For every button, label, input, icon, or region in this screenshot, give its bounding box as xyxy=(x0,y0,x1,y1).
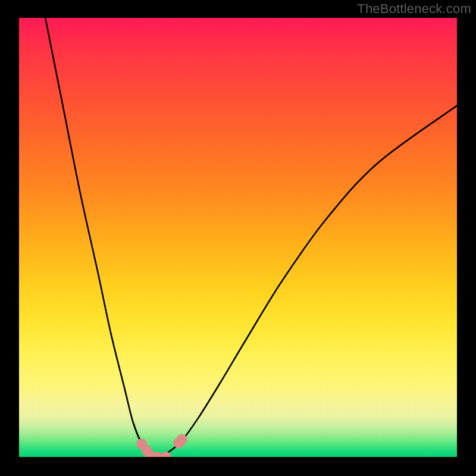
bottleneck-curve xyxy=(19,18,457,457)
marker-e xyxy=(161,452,171,457)
curve-path xyxy=(45,18,457,457)
plot-area xyxy=(19,18,457,457)
marker-layer xyxy=(136,434,187,458)
marker-g xyxy=(177,434,187,445)
chart-stage: TheBottleneck.com xyxy=(0,0,476,476)
watermark-label: TheBottleneck.com xyxy=(357,1,471,17)
